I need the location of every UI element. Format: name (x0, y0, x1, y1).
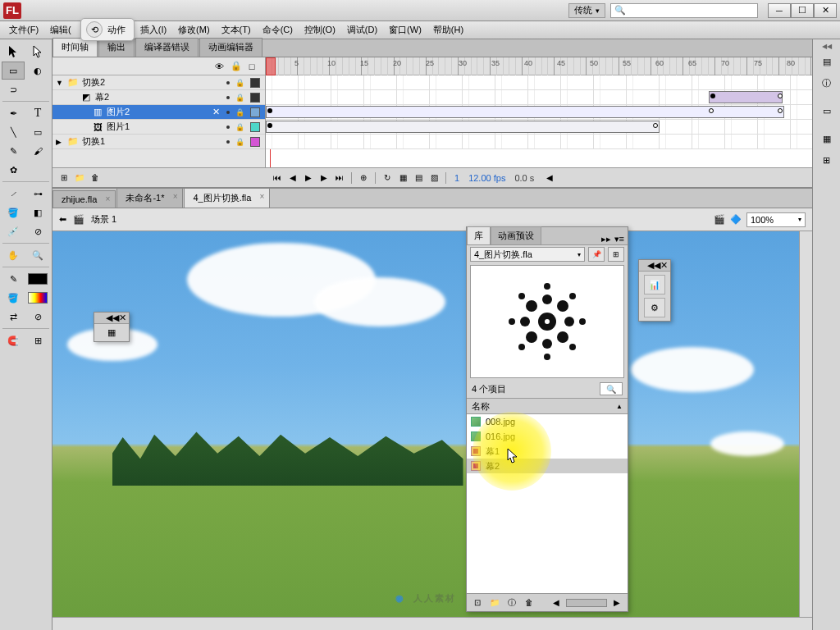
menu-insert[interactable]: 插入(I) (135, 21, 172, 39)
library-item[interactable]: 008.jpg (467, 414, 628, 429)
hand-tool[interactable]: ✋ (2, 246, 25, 264)
subselect-tool[interactable] (26, 43, 49, 61)
selection-tool[interactable] (2, 43, 25, 61)
lib-menu-icon[interactable]: ▾≡ (614, 234, 624, 244)
vertical-scrollbar[interactable] (799, 231, 812, 617)
layer-row[interactable]: ▼📁切换2🔒 (52, 75, 265, 90)
layer-row[interactable]: 🖼图片1🔒 (52, 120, 265, 135)
lib-scroll-right[interactable]: ▶ (609, 596, 624, 609)
panel-close-icon[interactable]: ✕ (119, 313, 126, 323)
frame-row[interactable] (266, 120, 812, 135)
edit-multi-button[interactable]: ▨ (427, 171, 441, 185)
menu-edit[interactable]: 编辑( (44, 21, 77, 39)
option-tool[interactable]: ⊞ (26, 331, 49, 349)
edit-scene-icon[interactable]: 🎬 (714, 214, 725, 225)
new-library-button[interactable]: ⊞ (608, 247, 624, 262)
library-panel-icon[interactable]: ⓘ (816, 73, 838, 93)
onion-outline-button[interactable]: ▤ (412, 171, 425, 185)
visibility-icon[interactable]: 👁 (214, 62, 224, 71)
layer-row[interactable]: ▶📁切换1🔒 (52, 135, 265, 149)
close-tab-icon[interactable]: × (106, 194, 111, 203)
doc-tab[interactable]: 未命名-1*× (116, 188, 183, 208)
prev-frame-button[interactable]: ◀ (286, 171, 299, 185)
text-tool[interactable]: T (26, 104, 49, 122)
last-frame-button[interactable]: ⏭ (333, 171, 346, 185)
layer-row[interactable]: ◩幕2🔒 (52, 90, 265, 105)
frame-row[interactable] (266, 75, 812, 90)
deco-tool[interactable]: ✿ (2, 161, 25, 179)
panel-collapse-icon[interactable]: ◀◀ (106, 313, 119, 323)
actions-popup[interactable]: ⟲ 动作 (80, 18, 135, 41)
zoom-input[interactable]: 100%▾ (746, 212, 806, 227)
tab-library[interactable]: 库 (467, 226, 491, 244)
tab-compiler-errors[interactable]: 编译器错误 (135, 38, 199, 57)
new-symbol-button[interactable]: ⊡ (470, 596, 485, 609)
bind-tool[interactable]: ⊶ (26, 185, 49, 203)
library-file-selector[interactable]: 4_图片切换.fla▾ (470, 247, 585, 262)
search-input[interactable]: 🔍 (610, 3, 758, 18)
frame-ruler[interactable]: 5101520253035404550556065707580 (266, 57, 812, 75)
center-frame-button[interactable]: ⊕ (357, 171, 370, 185)
menu-text[interactable]: 文本(T) (216, 21, 257, 39)
layer-row[interactable]: ▥图片2✕🔒 (52, 105, 265, 120)
first-frame-button[interactable]: ⏮ (271, 171, 284, 185)
frames-column[interactable]: 5101520253035404550556065707580 (266, 57, 812, 167)
lock-icon[interactable]: 🔒 (231, 61, 240, 71)
frame-row[interactable] (266, 90, 812, 105)
menu-debug[interactable]: 调试(D) (341, 21, 383, 39)
delete-button[interactable]: 🗑 (522, 596, 536, 609)
properties-panel-icon[interactable]: ▤ (816, 52, 838, 71)
stage-area[interactable]: ◉ 人人素材 (52, 231, 812, 630)
close-button[interactable]: ✕ (814, 3, 837, 18)
library-search[interactable]: 🔍 (600, 382, 623, 395)
library-item[interactable]: 016.jpg (467, 429, 628, 444)
rectangle-tool[interactable]: ▭ (26, 123, 49, 141)
play-button[interactable]: ▶ (302, 171, 315, 185)
loop-button[interactable]: ↻ (381, 171, 394, 185)
frame-row[interactable] (266, 105, 812, 120)
align-panel-icon[interactable]: ⊞ (816, 150, 838, 170)
new-folder-button[interactable]: 📁 (487, 596, 502, 609)
next-frame-button[interactable]: ▶ (317, 171, 331, 185)
frame-row[interactable] (266, 135, 812, 149)
brush-tool[interactable]: 🖌 (26, 142, 49, 160)
doc-tab[interactable]: 4_图片切换.fla× (184, 188, 270, 208)
menu-file[interactable]: 文件(F) (3, 21, 44, 39)
fill-color[interactable]: 🪣 (2, 289, 25, 307)
ink-bottle-tool[interactable]: ◧ (26, 203, 49, 221)
menu-modify[interactable]: 修改(M) (172, 21, 216, 39)
stroke-color[interactable]: ✎ (2, 270, 25, 288)
edit-symbol-icon[interactable]: 🔷 (730, 214, 742, 225)
close-tab-icon[interactable]: × (173, 192, 178, 201)
pin-library-button[interactable]: 📌 (588, 247, 605, 262)
menu-command[interactable]: 命令(C) (257, 21, 299, 39)
close-tab-icon[interactable]: × (260, 192, 265, 201)
eyedropper-tool[interactable]: 💉 (2, 222, 25, 240)
eraser-tool[interactable]: ⊘ (26, 222, 49, 240)
side-mini-panel[interactable]: ◀◀✕ 📊 ⚙ (638, 259, 671, 322)
panel-content-icon[interactable]: ▦ (107, 327, 116, 338)
library-list[interactable]: 008.jpg016.jpg幕1幕2 (467, 414, 628, 593)
paint-bucket-tool[interactable]: 🪣 (2, 203, 25, 221)
stroke-swatch[interactable] (26, 270, 49, 288)
mini-panel[interactable]: ◀◀✕ ▦ (94, 312, 130, 342)
maximize-button[interactable]: ☐ (791, 3, 814, 18)
no-color[interactable]: ⊘ (26, 308, 49, 326)
free-transform-tool[interactable]: ▭ (2, 62, 25, 80)
zoom-tool[interactable]: 🔍 (26, 246, 49, 264)
minimize-button[interactable]: ─ (768, 3, 791, 18)
doc-tab[interactable]: zhijue.fla× (52, 190, 116, 208)
properties-button[interactable]: ⓘ (504, 596, 519, 609)
new-folder-button[interactable]: 📁 (73, 171, 86, 185)
side-close-icon[interactable]: ✕ (660, 260, 668, 271)
playhead[interactable] (266, 57, 276, 75)
line-tool[interactable]: ╲ (2, 123, 25, 141)
delete-layer-button[interactable]: 🗑 (89, 171, 102, 185)
library-column-header[interactable]: 名称 ▲ (467, 398, 628, 414)
lasso-tool[interactable]: ⊃ (2, 80, 25, 98)
bone-tool[interactable]: ⟋ (2, 185, 25, 203)
library-item[interactable]: 幕1 (467, 444, 628, 459)
tab-motion-editor[interactable]: 动画编辑器 (199, 38, 262, 57)
horizontal-scrollbar[interactable] (52, 617, 812, 630)
snap-tool[interactable]: 🧲 (2, 331, 25, 349)
